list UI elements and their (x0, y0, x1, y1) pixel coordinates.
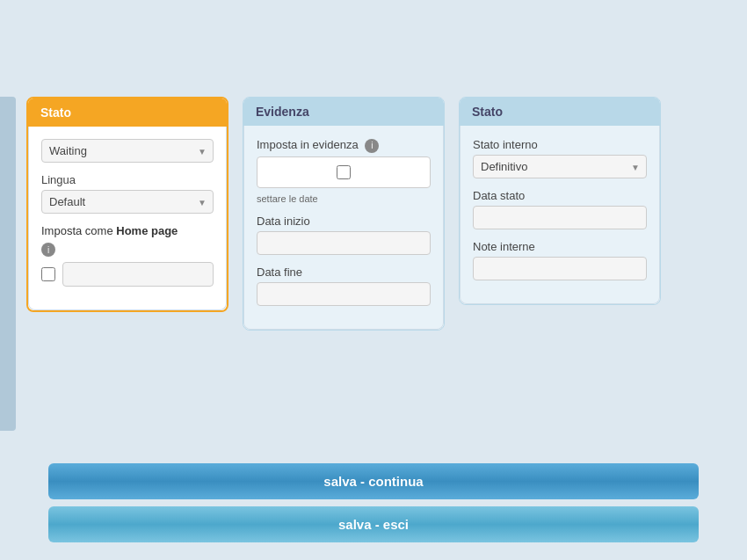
homepage-label-text: Imposta come Home page (41, 224, 178, 237)
data-fine-label: Data fine (257, 265, 431, 279)
evidenza-checkbox[interactable] (337, 165, 351, 179)
stato-interno-card: Stato Stato interno Definitivo Bozza Arc… (459, 97, 661, 305)
bottom-buttons: salva - continua salva - esci (0, 455, 747, 560)
homepage-info-row: i (41, 243, 214, 257)
main-content: Stato Waiting Published Draft Lingua (26, 97, 721, 331)
homepage-label-row: Imposta come Home page (41, 224, 214, 237)
evidenza-check-area (257, 156, 431, 188)
stato-interno-card-header: Stato (460, 98, 660, 126)
imposta-label: Imposta in evidenza i (257, 138, 431, 153)
data-inizio-label: Data inizio (257, 215, 431, 228)
left-accent-bar (0, 97, 16, 431)
data-fine-form-group: Data fine (257, 265, 431, 306)
homepage-info-icon[interactable]: i (41, 243, 55, 257)
note-interne-form-group: Note interne (473, 240, 647, 280)
lingua-select-wrapper: Default Italiano English (41, 190, 214, 214)
salva-continua-button[interactable]: salva - continua (48, 463, 699, 499)
stato-form-group: Waiting Published Draft (41, 139, 214, 163)
data-fine-input[interactable] (257, 282, 431, 306)
data-inizio-input[interactable] (257, 231, 431, 255)
homepage-checkbox[interactable] (41, 267, 55, 281)
homepage-form-group: Imposta come Home page i (41, 224, 214, 287)
stato-select[interactable]: Waiting Published Draft (41, 139, 214, 163)
stato-interno-select-wrapper: Definitivo Bozza Archiviato (473, 155, 647, 178)
stato-interno-label: Stato interno (473, 138, 647, 151)
evidenza-card-body: Imposta in evidenza i settare le date Da… (243, 126, 444, 330)
home-page-prefix: Imposta come (41, 224, 113, 237)
data-stato-label: Data stato (473, 189, 647, 202)
stato-interno-form-group: Stato interno Definitivo Bozza Archiviat… (473, 138, 647, 178)
home-page-strong: Home page (116, 224, 178, 237)
stato-card-body: Waiting Published Draft Lingua Default I… (28, 127, 227, 310)
homepage-text-field[interactable] (62, 262, 214, 287)
lingua-label: Lingua (41, 173, 214, 186)
stato-interno-header-title: Stato (472, 105, 503, 119)
stato-card-header: Stato (28, 98, 227, 127)
salva-esci-button[interactable]: salva - esci (48, 506, 699, 542)
data-stato-input[interactable] (473, 206, 647, 229)
homepage-checkbox-row (41, 262, 214, 287)
evidenza-card: Evidenza Imposta in evidenza i settare l… (243, 97, 445, 331)
settare-label: settare le date (257, 193, 431, 204)
note-interne-input[interactable] (473, 257, 647, 280)
imposta-form-group: Imposta in evidenza i settare le date (257, 138, 431, 204)
evidenza-info-icon[interactable]: i (365, 139, 379, 153)
evidenza-header-title: Evidenza (256, 105, 309, 119)
data-inizio-form-group: Data inizio (257, 215, 431, 255)
stato-card: Stato Waiting Published Draft Lingua (26, 97, 228, 312)
stato-select-wrapper: Waiting Published Draft (41, 139, 214, 163)
stato-interno-card-body: Stato interno Definitivo Bozza Archiviat… (460, 126, 660, 304)
imposta-label-text: Imposta in evidenza (257, 138, 359, 151)
data-stato-form-group: Data stato (473, 189, 647, 229)
lingua-form-group: Lingua Default Italiano English (41, 173, 214, 214)
stato-header-title: Stato (40, 105, 71, 120)
evidenza-card-header: Evidenza (243, 98, 444, 126)
lingua-select[interactable]: Default Italiano English (41, 190, 214, 214)
page-background: Stato Waiting Published Draft Lingua (0, 0, 747, 560)
stato-interno-select[interactable]: Definitivo Bozza Archiviato (473, 155, 647, 178)
note-interne-label: Note interne (473, 240, 647, 253)
